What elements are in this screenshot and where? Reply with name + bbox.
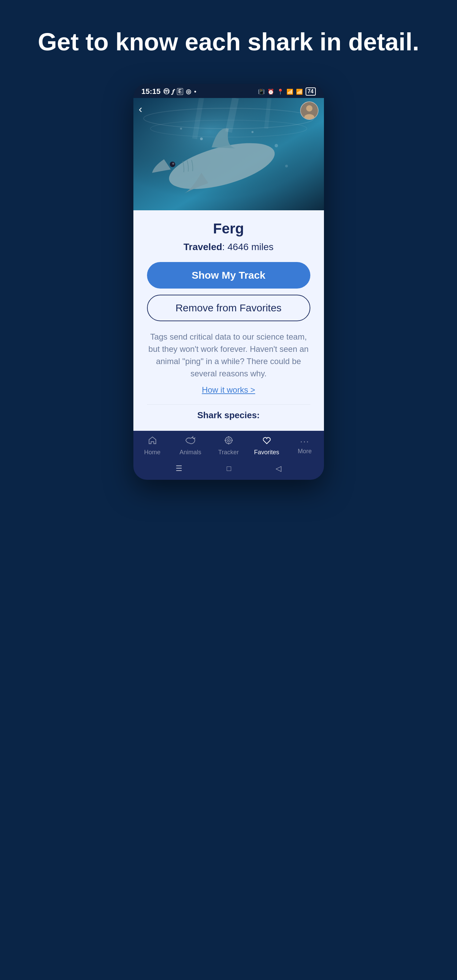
tracker-icon (224, 436, 233, 447)
svg-point-17 (228, 440, 229, 441)
android-back-button[interactable]: ◁ (275, 464, 282, 473)
svg-point-7 (200, 137, 203, 140)
more-icon: ··· (300, 437, 310, 446)
nav-label-favorites: Favorites (254, 449, 279, 456)
bottom-nav: Home Animals (134, 431, 324, 460)
status-time: 15:15 (142, 87, 161, 96)
alarm-icon: ⏰ (268, 89, 274, 95)
status-left: 15:15 ⓜ 𝒇 E ◎ • (142, 87, 196, 96)
circle-icon: ◎ (186, 88, 191, 95)
shark-photo: ‹ (134, 98, 324, 210)
svg-point-8 (252, 131, 253, 133)
dot-icon: • (194, 88, 196, 95)
how-it-works-link[interactable]: How it works > (147, 385, 311, 395)
signal-icon: 📶 (296, 89, 303, 95)
facebook-icon: 𝒇 (172, 88, 174, 95)
android-nav-bar: ☰ □ ◁ (134, 460, 324, 480)
svg-point-6 (172, 163, 174, 165)
favorites-icon (262, 436, 272, 447)
status-bar: 15:15 ⓜ 𝒇 E ◎ • 📳 ⏰ 📍 📶 📶 74 (134, 84, 324, 98)
back-button[interactable]: ‹ (139, 103, 143, 115)
android-home-button[interactable]: □ (227, 464, 231, 473)
content-card: Ferg Traveled: 4646 miles Show My Track … (134, 210, 324, 431)
svg-point-11 (285, 165, 288, 167)
nav-item-favorites[interactable]: Favorites (248, 436, 286, 456)
info-paragraph: Tags send critical data to our science t… (147, 331, 311, 380)
nav-item-animals[interactable]: Animals (172, 436, 210, 456)
nav-item-more[interactable]: ··· More (286, 437, 324, 455)
remove-favorites-button[interactable]: Remove from Favorites (147, 295, 311, 321)
nav-label-more: More (298, 448, 312, 455)
wifi-icon: 📶 (287, 89, 293, 95)
traveled-info: Traveled: 4646 miles (147, 242, 311, 253)
location-icon: 📍 (277, 89, 284, 95)
android-hamburger[interactable]: ☰ (175, 464, 182, 473)
shark-name: Ferg (147, 221, 311, 237)
animals-icon (185, 436, 196, 447)
svg-point-13 (306, 105, 312, 112)
messenger-icon: ⓜ (163, 88, 169, 95)
nav-item-home[interactable]: Home (134, 436, 172, 456)
svg-point-9 (275, 144, 278, 147)
shark-species-label: Shark species: (147, 404, 311, 421)
nav-label-tracker: Tracker (218, 449, 239, 456)
vibrate-icon: 📳 (258, 89, 265, 95)
nav-item-tracker[interactable]: Tracker (210, 436, 248, 456)
phone-frame: 15:15 ⓜ 𝒇 E ◎ • 📳 ⏰ 📍 📶 📶 74 (134, 84, 324, 480)
show-track-button[interactable]: Show My Track (147, 262, 311, 288)
battery-indicator: 74 (306, 88, 316, 95)
nav-label-home: Home (144, 449, 160, 456)
status-right: 📳 ⏰ 📍 📶 📶 74 (258, 88, 316, 95)
hero-title: Get to know each shark in detail. (0, 0, 457, 77)
nav-label-animals: Animals (179, 449, 201, 456)
e-icon: E (177, 88, 183, 95)
avatar[interactable] (300, 102, 318, 120)
svg-point-10 (180, 127, 182, 130)
home-icon (148, 436, 157, 447)
